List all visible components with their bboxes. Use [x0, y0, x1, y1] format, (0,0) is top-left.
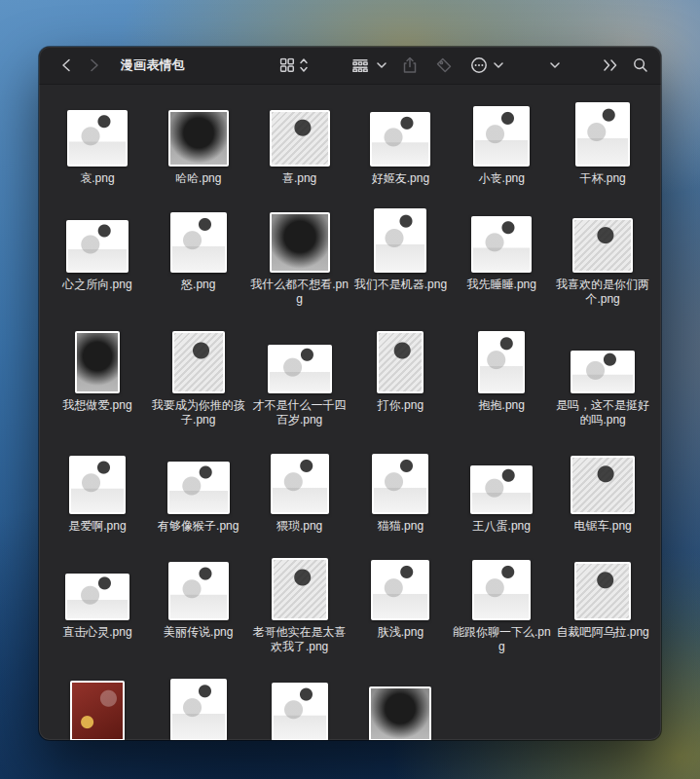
file-item[interactable]: 我什么都不想看.png — [249, 203, 350, 307]
file-thumbnail-area — [370, 96, 430, 167]
file-item[interactable]: 是吗，这不是挺好的吗.png — [552, 323, 653, 427]
more-actions-button[interactable] — [470, 56, 488, 74]
sort-chevron-button[interactable] — [550, 62, 560, 68]
file-thumbnail-area — [270, 203, 330, 273]
manga-thumbnail-art — [474, 562, 529, 618]
toolbar-overflow-button[interactable] — [604, 59, 618, 71]
file-name: 怒.png — [181, 278, 215, 292]
file-item[interactable]: 这不可能.png — [249, 671, 350, 740]
file-name: 美丽传说.png — [164, 625, 233, 640]
manga-thumbnail-art — [169, 464, 228, 512]
tag-button[interactable] — [436, 57, 452, 73]
file-item[interactable]: 心之所向.png — [47, 203, 148, 307]
manga-thumbnail-art — [574, 220, 631, 271]
file-name: 我们不是机器.png — [354, 278, 447, 292]
file-thumbnail-area — [571, 444, 635, 514]
file-item[interactable]: 抱抱.png — [451, 323, 552, 427]
file-thumbnail-area — [472, 550, 531, 620]
manga-thumbnail-art — [372, 114, 428, 165]
manga-thumbnail-art — [577, 104, 628, 165]
more-actions-chevron-icon[interactable] — [494, 62, 503, 68]
manga-thumbnail-art — [273, 456, 327, 512]
manga-thumbnail-art — [572, 458, 633, 512]
manga-thumbnail-art — [572, 352, 633, 391]
file-item[interactable]: 哈哈.png — [148, 96, 249, 186]
icon-size-stepper[interactable] — [300, 58, 309, 73]
file-item[interactable]: 有够像猴子.png — [148, 444, 249, 534]
file-item[interactable]: 能跟你聊一下么.png — [451, 550, 552, 654]
file-item[interactable]: 电锯车.png — [552, 444, 653, 534]
file-thumbnail — [575, 102, 630, 167]
file-item[interactable]: 王八蛋.png — [451, 444, 552, 534]
file-thumbnail — [472, 560, 531, 620]
file-name: 老哥他实在是太喜欢我了.png — [250, 625, 350, 654]
file-item[interactable]: 是爱啊.png — [47, 444, 148, 534]
file-item[interactable]: 喜.png — [249, 96, 350, 186]
file-item[interactable]: 老哥他实在是太喜欢我了.png — [249, 550, 350, 654]
file-item[interactable]: 才不是什么一千四百岁.png — [249, 323, 350, 427]
manga-thumbnail-art — [374, 456, 426, 512]
file-thumbnail — [374, 208, 426, 273]
view-mode-gallery-button[interactable] — [352, 58, 369, 72]
manga-thumbnail-art — [174, 333, 223, 391]
manga-thumbnail-art — [274, 685, 326, 739]
file-thumbnail — [172, 331, 225, 393]
file-thumbnail-area — [471, 203, 532, 273]
file-item[interactable]: 干杯.png — [552, 96, 653, 186]
manga-thumbnail-art — [71, 458, 124, 512]
file-item[interactable]: 哀.png — [47, 96, 148, 186]
file-item[interactable]: 猫猫.png — [350, 444, 452, 534]
file-thumbnail-area — [377, 323, 424, 393]
manga-thumbnail-art — [77, 333, 118, 391]
file-name: 有够像猴子.png — [158, 519, 239, 534]
file-item[interactable]: 怒.png — [148, 203, 249, 307]
search-button[interactable] — [633, 57, 648, 73]
file-item[interactable]: 我要成为你推的孩子.png — [148, 323, 249, 427]
file-item[interactable]: 这不也挺好的 — [148, 671, 249, 740]
file-thumbnail-area — [167, 444, 230, 514]
file-item[interactable]: 打你.png — [350, 323, 452, 427]
file-item[interactable]: 美丽传说.png — [148, 550, 249, 654]
file-name: 我先睡睡.png — [467, 278, 536, 292]
manga-thumbnail-art — [172, 214, 225, 271]
file-item[interactable]: 近期超可爱小动画 — [47, 671, 148, 740]
file-thumbnail — [268, 345, 332, 393]
manga-thumbnail-art — [379, 333, 422, 391]
file-item[interactable]: 我先睡睡.png — [451, 203, 552, 307]
manga-thumbnail-art — [270, 347, 330, 391]
file-name: 直击心灵.png — [62, 625, 131, 640]
file-thumbnail-area — [170, 671, 227, 740]
file-thumbnail — [372, 454, 428, 514]
manga-thumbnail-art — [170, 564, 227, 618]
icon-size-grid-button[interactable] — [280, 58, 295, 73]
file-thumbnail-area — [372, 444, 428, 514]
manga-thumbnail-art — [170, 112, 227, 165]
file-thumbnail-area — [571, 323, 635, 393]
file-thumbnail — [75, 331, 120, 393]
back-button[interactable] — [61, 58, 71, 72]
file-thumbnail — [571, 351, 635, 393]
file-item[interactable]: 小丧.png — [451, 96, 552, 186]
file-item[interactable]: 我喜欢的是你们两个.png — [552, 203, 653, 307]
file-item[interactable]: 我想做爱.png — [47, 323, 148, 427]
file-thumbnail — [170, 679, 227, 740]
file-name: 我什么都不想看.png — [250, 278, 350, 307]
file-thumbnail-area — [272, 671, 328, 740]
view-mode-chevron-icon[interactable] — [377, 62, 387, 68]
file-thumbnail — [69, 456, 126, 514]
forward-button[interactable] — [90, 58, 99, 72]
file-thumbnail — [574, 562, 631, 620]
file-thumbnail — [473, 106, 530, 167]
file-item[interactable]: 好姬友.png — [350, 96, 452, 186]
file-thumbnail-area — [65, 550, 129, 620]
file-thumbnail-area — [268, 323, 332, 393]
share-button[interactable] — [403, 57, 418, 74]
file-item[interactable]: 猥琐.png — [249, 444, 350, 534]
file-thumbnail-area — [75, 323, 120, 393]
file-item[interactable]: 肤浅.png — [350, 550, 452, 654]
file-item[interactable]: 我们不是机器.png — [350, 203, 452, 307]
file-item[interactable]: 鹰鹰诗.png — [350, 671, 452, 740]
toolbar: 漫画表情包 — [39, 47, 661, 85]
file-item[interactable]: 自裁吧阿乌拉.png — [552, 550, 653, 654]
file-item[interactable]: 直击心灵.png — [47, 550, 148, 654]
